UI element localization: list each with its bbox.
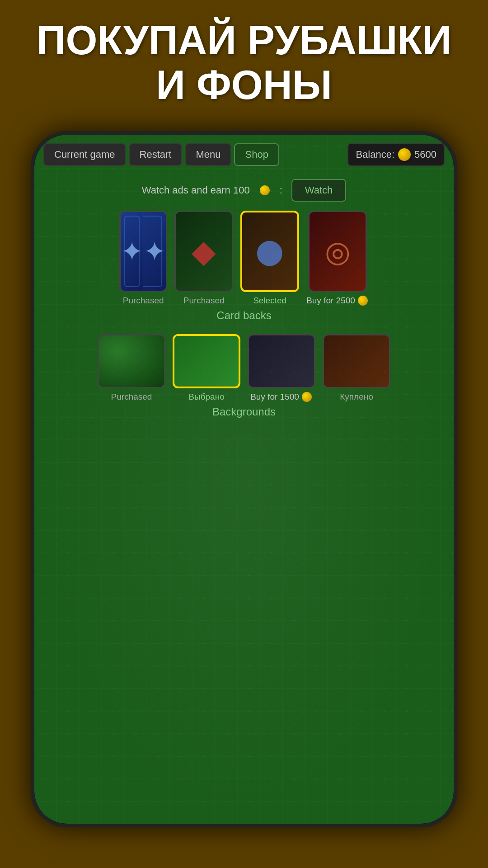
phone-screen: Current game Restart Menu Shop Balance: … (34, 135, 454, 824)
card-back-item-3[interactable]: Selected (240, 211, 299, 306)
card-back-thumb-2 (174, 211, 233, 292)
balance-value: 5600 (414, 149, 436, 160)
bg-coin-3 (302, 392, 312, 402)
backgrounds-grid: Purchased Выбрано Buy for 1500 (48, 334, 440, 402)
card-back-label-1: Purchased (123, 296, 164, 306)
backgrounds-section: Purchased Выбрано Buy for 1500 (34, 332, 454, 428)
nav-restart-button[interactable]: Restart (129, 143, 183, 166)
card-back-label-2: Purchased (183, 296, 225, 306)
balance-display: Balance: 5600 (347, 143, 445, 166)
card-backs-grid: Purchased Purchased Selected (48, 211, 440, 306)
phone-button-power (455, 243, 457, 288)
bg-item-2[interactable]: Выбрано (173, 334, 240, 402)
bg-label-1: Purchased (111, 392, 152, 402)
card-backs-section-label: Card backs (48, 309, 440, 322)
card-back-thumb-1 (119, 211, 167, 292)
card-back-item-2[interactable]: Purchased (174, 211, 233, 306)
nav-menu-button[interactable]: Menu (185, 143, 231, 166)
bg-buy-label-3: Buy for 1500 (250, 392, 313, 402)
header-line2: И ФОНЫ (27, 63, 461, 108)
phone-frame: Current game Restart Menu Shop Balance: … (31, 131, 457, 827)
ads-separator: : (280, 184, 282, 196)
nav-shop-button[interactable]: Shop (234, 143, 279, 166)
card-back-buy-label-4: Buy for 2500 (306, 296, 369, 306)
card-back-item-4[interactable]: Buy for 2500 (306, 211, 369, 306)
header-line1: ПОКУПАЙ РУБАШКИ (27, 18, 461, 63)
header-text: ПОКУПАЙ РУБАШКИ И ФОНЫ (0, 18, 488, 108)
nav-bar: Current game Restart Menu Shop Balance: … (34, 135, 454, 175)
watch-ads-button[interactable]: Watch (291, 179, 347, 202)
card-backs-section: Purchased Purchased Selected (34, 206, 454, 332)
card-blue-design (121, 212, 143, 291)
coin-icon (398, 148, 411, 161)
balance-label: Balance: (356, 149, 394, 160)
phone-button-vol-up (31, 216, 33, 248)
nav-current-game-button[interactable]: Current game (43, 143, 126, 166)
bg-item-3[interactable]: Buy for 1500 (248, 334, 315, 402)
bg-price-text-3: Buy for 1500 (250, 392, 299, 402)
bg-label-4: Куплено (340, 392, 373, 402)
page-background: ПОКУПАЙ РУБАШКИ И ФОНЫ Current game Rest… (0, 0, 488, 868)
backgrounds-section-label: Backgrounds (48, 406, 440, 418)
bg-item-1[interactable]: Purchased (98, 334, 165, 402)
bg-thumb-1 (98, 334, 165, 388)
bg-item-4[interactable]: Куплено (323, 334, 390, 402)
bg-thumb-4 (323, 334, 390, 388)
bg-thumb-3 (248, 334, 315, 388)
card-back-price-text-4: Buy for 2500 (306, 296, 355, 306)
watch-ads-text: Watch ads and earn 100 (142, 184, 250, 196)
card-back-coin-4 (358, 296, 368, 306)
bg-label-2: Выбрано (188, 392, 224, 402)
ads-coin-icon (260, 185, 270, 195)
card-back-label-3: Selected (253, 296, 286, 306)
card-back-item-1[interactable]: Purchased (119, 211, 167, 306)
watch-ads-bar: Watch ads and earn 100 : Watch (34, 175, 454, 206)
card-back-thumb-4 (308, 211, 367, 292)
phone-button-vol-down (31, 261, 33, 293)
card-back-thumb-3 (240, 211, 299, 292)
bg-thumb-2 (173, 334, 240, 388)
